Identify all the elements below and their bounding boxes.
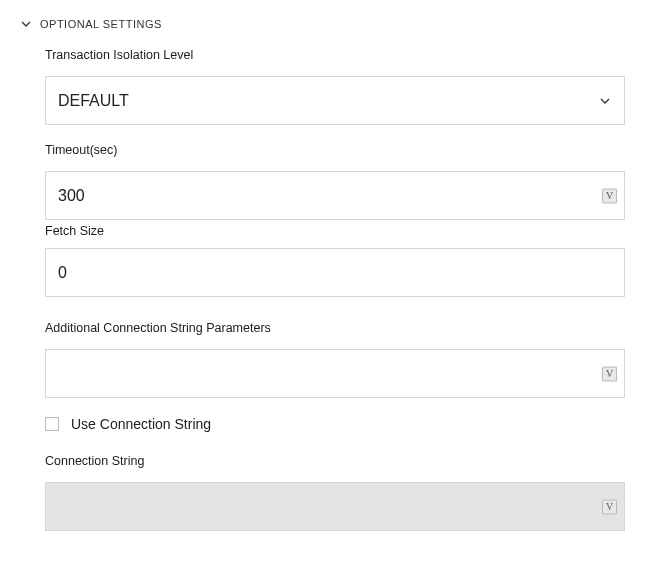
use-connection-string-label: Use Connection String (71, 416, 211, 432)
chevron-down-icon (20, 18, 32, 30)
use-connection-string-checkbox[interactable] (45, 417, 59, 431)
isolation-label: Transaction Isolation Level (45, 48, 625, 62)
variable-icon[interactable]: V (602, 366, 617, 381)
fetch-size-input[interactable] (45, 248, 625, 297)
section-title: OPTIONAL SETTINGS (40, 18, 162, 30)
chevron-down-icon (600, 92, 610, 110)
additional-params-label: Additional Connection String Parameters (45, 321, 625, 335)
additional-params-input[interactable] (45, 349, 625, 398)
isolation-select[interactable]: DEFAULT (45, 76, 625, 125)
optional-settings-header[interactable]: OPTIONAL SETTINGS (20, 18, 627, 30)
connection-string-input (45, 482, 625, 531)
timeout-label: Timeout(sec) (45, 143, 625, 157)
variable-icon[interactable]: V (602, 188, 617, 203)
timeout-input[interactable] (45, 171, 625, 220)
variable-icon[interactable]: V (602, 499, 617, 514)
fetch-size-label: Fetch Size (45, 224, 625, 238)
connection-string-label: Connection String (45, 454, 625, 468)
isolation-value: DEFAULT (58, 92, 129, 110)
